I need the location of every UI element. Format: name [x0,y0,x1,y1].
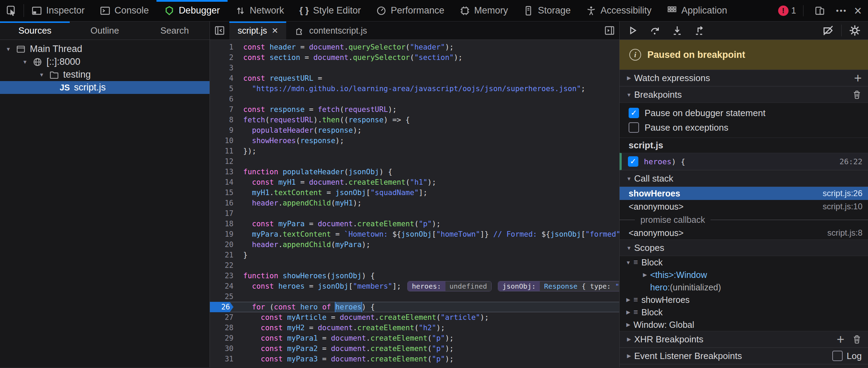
tree-item-testing-folder[interactable]: ▼ testing [0,68,210,81]
line-number-gutter[interactable]: 11 [210,146,233,156]
code-text[interactable]: } [243,250,619,260]
scopes-header[interactable]: ▼ Scopes [620,239,868,256]
scope-this-row[interactable]: ▶ <this> : Window [620,269,868,281]
close-devtools-button[interactable]: × [854,4,862,17]
tab-network[interactable]: Network [228,0,292,21]
code-text[interactable]: }); [243,146,619,156]
line-number-gutter[interactable]: 9 [210,125,233,135]
log-checkbox-unchecked[interactable] [832,351,843,361]
line-number-gutter[interactable]: 15 [210,187,233,198]
line-number-gutter[interactable]: 31 [210,354,233,364]
line-number-gutter[interactable]: 10 [210,135,233,146]
code-text[interactable]: const section = document.querySelector("… [243,52,619,63]
line-number-gutter[interactable]: 25 [210,291,233,302]
line-number-gutter[interactable]: 17 [210,208,233,219]
line-number-gutter[interactable]: 28 [210,323,233,333]
code-text[interactable]: const myArticle = document.createElement… [243,312,619,323]
resume-button[interactable] [623,23,643,38]
code-text[interactable]: header.appendChild(myH1); [243,198,619,208]
code-text[interactable]: function populateHeader(jsonObj) { [243,167,619,177]
line-number-gutter[interactable]: 12 [210,156,233,167]
line-number-gutter[interactable]: 2 [210,52,233,63]
deactivate-breakpoints-button[interactable] [818,23,838,38]
tab-application[interactable]: Application [659,0,735,21]
breakpoint-checkbox[interactable]: ✓ [628,156,638,167]
call-stack-frame[interactable]: <anonymous> script.js:8 [620,226,868,239]
add-xhr-breakpoint-button[interactable]: + [837,333,844,346]
inline-preview-pill[interactable]: jsonObj:Response { type: "co [498,281,619,291]
line-number-gutter[interactable]: 29 [210,333,233,343]
call-stack-frame[interactable]: showHeroes script.js:26 [620,187,868,200]
code-text[interactable]: const myPara2 = document.createElement("… [243,343,619,354]
line-number-gutter[interactable]: 22 [210,260,233,271]
line-number-gutter[interactable]: 21 [210,250,233,260]
code-text[interactable]: populateHeader(response); [243,125,619,135]
watch-expressions-header[interactable]: ▶ Watch expressions + [620,70,868,86]
expander-arrow-icon[interactable]: ▼ [38,72,45,78]
line-number-gutter[interactable]: 18 [210,219,233,229]
breakpoint-item[interactable]: ✓ heroes) { 26:22 [620,153,868,170]
call-stack-frame[interactable]: <anonymous> script.js:10 [620,200,868,213]
code-text[interactable] [243,156,619,167]
tab-outline[interactable]: Outline [70,21,139,40]
paused-token-highlight[interactable]: heroes [335,302,362,312]
line-number-gutter[interactable]: 19 [210,229,233,239]
tab-sources[interactable]: Sources [0,21,70,40]
source-tab-scriptjs[interactable]: script.js × [229,21,286,40]
line-number-gutter[interactable]: 5 [210,84,233,94]
pause-on-exceptions-row[interactable]: Pause on exceptions [620,120,868,135]
scope-window-global-row[interactable]: ▶ Window: Global [620,318,868,331]
tab-storage[interactable]: Storage [516,0,578,21]
close-tab-icon[interactable]: × [272,25,278,36]
tab-accessibility[interactable]: Accessibility [578,0,659,21]
scope-block-row[interactable]: ▼ ≡ Block [620,256,868,269]
xhr-breakpoints-header[interactable]: ▶ XHR Breakpoints + [620,331,868,348]
collapse-sources-pane-button[interactable] [210,21,229,40]
line-number-gutter[interactable]: 8 [210,115,233,125]
code-text[interactable]: const header = document.querySelector("h… [243,42,619,52]
line-number-gutter[interactable]: 4 [210,73,233,84]
settings-gear-button[interactable] [845,23,865,38]
line-number-gutter[interactable]: 6 [210,94,233,104]
expand-panes-button[interactable] [600,21,619,40]
inline-preview-pill[interactable]: heroes:undefined [407,281,492,291]
tree-item-scriptjs[interactable]: JS script.js [0,81,210,94]
tree-item-main-thread[interactable]: ▼ Main Thread [0,43,210,55]
code-text[interactable] [243,208,619,219]
tab-search[interactable]: Search [140,21,210,40]
breakpoint-source-heading[interactable]: script.js [620,138,868,153]
tree-item-host[interactable]: ▼ [::]:8000 [0,55,210,68]
line-number-gutter[interactable]: 27 [210,312,233,323]
code-text[interactable]: showHeroes(response); [243,135,619,146]
step-in-button[interactable] [667,23,687,38]
error-count-badge[interactable]: ! 1 [778,6,796,16]
code-text[interactable]: const myH2 = document.createElement("h2"… [243,323,619,333]
line-number-gutter[interactable]: 24 [210,281,233,291]
meatball-menu-button[interactable]: ••• [836,6,847,15]
source-tab-contentscriptjs[interactable]: contentscript.js [286,21,375,40]
line-number-gutter[interactable]: 30 [210,343,233,354]
pause-on-debugger-statement-row[interactable]: ✓ Pause on debugger statement [620,106,868,120]
source-editor[interactable]: 1const header = document.querySelector("… [210,40,619,367]
line-number-gutter[interactable]: 20 [210,239,233,250]
code-text[interactable]: function showHeroes(jsonObj) { [243,271,619,281]
line-number-gutter[interactable]: 7 [210,104,233,115]
responsive-design-mode-button[interactable] [810,6,829,16]
code-text[interactable]: const myPara3 = document.createElement("… [243,354,619,364]
code-text[interactable]: const requestURL = [243,73,619,84]
dom-mutation-breakpoints-header[interactable]: ▶ DOM Mutation Breakpoints [620,364,868,367]
code-text[interactable]: myH1.textContent = jsonObj["squadName"]; [243,187,619,198]
add-watch-expression-button[interactable]: + [854,71,862,85]
code-text[interactable] [243,94,619,104]
tab-console[interactable]: Console [92,0,156,21]
expander-arrow-icon[interactable]: ▼ [22,59,28,65]
code-text[interactable]: const heroes = jsonObj["members"];heroes… [243,281,619,291]
checkbox-checked[interactable]: ✓ [629,108,639,118]
breakpoints-header[interactable]: ▼ Breakpoints [620,86,868,103]
line-number-gutter[interactable]: 3 [210,63,233,73]
checkbox-unchecked[interactable] [629,122,639,133]
remove-breakpoints-trash-button[interactable] [852,90,862,99]
scope-showheroes-row[interactable]: ▶ ≡ showHeroes [620,293,868,306]
line-number-gutter[interactable]: 26 [210,302,233,312]
element-picker-button[interactable] [0,0,24,21]
